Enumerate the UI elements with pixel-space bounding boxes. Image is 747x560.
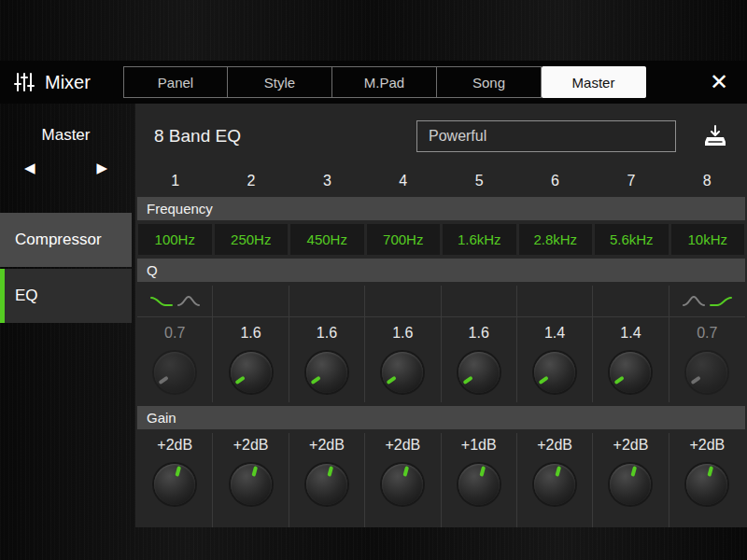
frequency-value-band-3[interactable]: 450Hz xyxy=(290,224,364,255)
q-knob-band-7[interactable] xyxy=(610,352,651,393)
gain-value: +2dB xyxy=(213,437,288,459)
prev-channel-button[interactable]: ◀ xyxy=(24,160,35,176)
channel-label: Master xyxy=(0,126,132,145)
band-number: 1 xyxy=(137,169,213,193)
q-band-4: 1.6 xyxy=(365,286,441,402)
eq-title: 8 Band EQ xyxy=(154,126,241,147)
frequency-section-header: Frequency xyxy=(137,197,745,220)
q-value: 1.4 xyxy=(517,325,592,347)
gain-knob-band-1[interactable] xyxy=(154,464,195,505)
mixer-sliders-icon xyxy=(13,71,35,93)
q-band-5: 1.6 xyxy=(442,286,517,402)
frequency-value-band-7[interactable]: 5.6kHz xyxy=(595,224,669,255)
section-label: Gain xyxy=(147,410,176,426)
close-icon[interactable]: ✕ xyxy=(710,71,728,93)
frequency-value-band-4[interactable]: 700Hz xyxy=(367,224,441,255)
gain-knob-band-6[interactable] xyxy=(534,464,575,505)
section-label: Q xyxy=(147,262,158,278)
frequency-value-band-5[interactable]: 1.6kHz xyxy=(443,224,516,255)
gain-band-7: +2dB xyxy=(593,433,669,527)
eq-panel-header: 8 Band EQ Powerful xyxy=(135,104,747,169)
q-value: 0.7 xyxy=(669,325,745,347)
frequency-row: 100Hz 250Hz 450Hz 700Hz 1.6kHz 2.8kHz 5.… xyxy=(135,224,747,255)
frequency-value-band-2[interactable]: 250Hz xyxy=(215,224,289,255)
q-band-1: 0.7 xyxy=(137,286,213,402)
q-band-6: 1.4 xyxy=(517,286,593,402)
q-value: 1.6 xyxy=(365,325,440,347)
frequency-value-band-6[interactable]: 2.8kHz xyxy=(519,224,593,255)
tab-master[interactable]: Master xyxy=(542,66,646,98)
preset-name: Powerful xyxy=(429,128,486,145)
eq-panel: 8 Band EQ Powerful xyxy=(135,104,747,527)
gain-knob-band-4[interactable] xyxy=(382,464,423,505)
frequency-value-band-1[interactable]: 100Hz xyxy=(138,224,212,255)
q-knob-band-6[interactable] xyxy=(534,352,575,393)
gain-band-1: +2dB xyxy=(137,433,213,527)
band-number: 3 xyxy=(289,169,365,193)
channel-selector: Master ◀ ▶ xyxy=(0,104,132,213)
save-icon xyxy=(703,124,727,148)
page-title: Mixer xyxy=(45,72,91,93)
mixer-screen: Mixer Panel Style M.Pad Song Master ✕ Ma… xyxy=(0,0,747,560)
sidebar-item-compressor[interactable]: Compressor xyxy=(0,213,132,267)
gain-band-3: +2dB xyxy=(289,433,365,527)
q-knob-band-4[interactable] xyxy=(382,352,423,393)
gain-band-4: +2dB xyxy=(365,433,441,527)
tab-style[interactable]: Style xyxy=(228,66,332,98)
gain-knob-band-5[interactable] xyxy=(458,464,500,505)
q-band-2: 1.6 xyxy=(213,286,289,402)
q-band-3: 1.6 xyxy=(289,286,365,402)
gain-knob-band-7[interactable] xyxy=(610,464,651,505)
gain-knob-band-2[interactable] xyxy=(231,464,272,505)
q-band-7: 1.4 xyxy=(593,286,669,402)
gain-band-6: +2dB xyxy=(517,433,593,527)
band-number: 7 xyxy=(593,169,669,193)
save-button[interactable] xyxy=(698,119,732,153)
q-knob-band-2[interactable] xyxy=(231,352,272,393)
q-knob-band-5[interactable] xyxy=(458,352,500,393)
gain-band-5: +1dB xyxy=(442,433,517,527)
sidebar-item-eq[interactable]: EQ xyxy=(0,269,132,323)
preset-selector[interactable]: Powerful xyxy=(416,120,676,152)
gain-knob-band-8[interactable] xyxy=(686,464,727,505)
mixer-tabs: Panel Style M.Pad Song Master xyxy=(123,66,646,98)
gain-value: +1dB xyxy=(442,437,516,459)
section-label: Frequency xyxy=(147,201,213,217)
next-channel-button[interactable]: ▶ xyxy=(96,160,107,176)
band-number: 2 xyxy=(213,169,289,193)
low-shelf-filter-icon[interactable] xyxy=(150,294,173,309)
gain-band-2: +2dB xyxy=(213,433,289,527)
q-knob-band-3[interactable] xyxy=(306,352,347,393)
gain-value: +2dB xyxy=(517,437,592,459)
app-title-group: Mixer xyxy=(0,71,123,93)
gain-row: +2dB +2dB +2dB +2dB +1dB +2dB xyxy=(135,433,747,527)
gain-value: +2dB xyxy=(669,437,745,459)
peak-filter-icon[interactable] xyxy=(683,294,705,309)
q-knob-band-1[interactable] xyxy=(154,352,195,393)
gain-value: +2dB xyxy=(365,437,440,459)
band-number: 4 xyxy=(365,169,441,193)
frequency-value-band-8[interactable]: 10kHz xyxy=(671,224,745,255)
tab-mpad[interactable]: M.Pad xyxy=(332,66,437,98)
gain-value: +2dB xyxy=(593,437,668,459)
tab-panel[interactable]: Panel xyxy=(123,66,228,98)
high-shelf-filter-icon[interactable] xyxy=(710,294,732,309)
gain-band-8: +2dB xyxy=(669,433,745,527)
sidebar-item-label: Compressor xyxy=(15,231,102,249)
q-value: 1.4 xyxy=(593,325,668,347)
band-number: 8 xyxy=(669,169,745,193)
gain-value: +2dB xyxy=(137,437,212,459)
q-value: 0.7 xyxy=(137,325,212,347)
header-bar: Mixer Panel Style M.Pad Song Master ✕ xyxy=(0,61,747,104)
q-section-header: Q xyxy=(137,259,745,282)
band-number-row: 1 2 3 4 5 6 7 8 xyxy=(135,169,747,193)
q-band-8: 0.7 xyxy=(669,286,745,402)
q-knob-band-8[interactable] xyxy=(686,352,727,393)
peak-filter-icon[interactable] xyxy=(177,294,200,309)
gain-knob-band-3[interactable] xyxy=(306,464,347,505)
band-number: 5 xyxy=(442,169,517,193)
tab-song[interactable]: Song xyxy=(437,66,542,98)
sidebar-item-label: EQ xyxy=(15,287,38,305)
q-row: 0.7 1.6 1.6 1.6 1.6 xyxy=(135,286,747,402)
q-value: 1.6 xyxy=(289,325,364,347)
